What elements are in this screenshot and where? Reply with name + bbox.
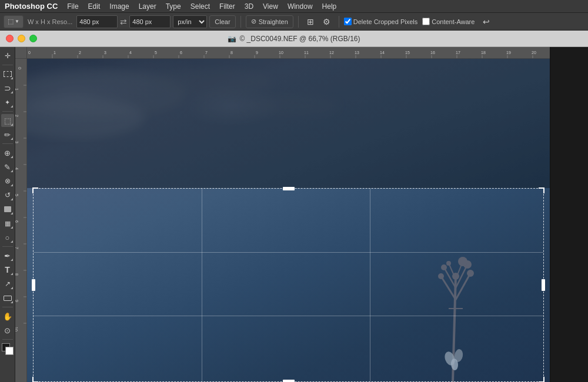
- main-layout: ✛ ⊃ ✦ ⬚ ✏ ⊕ ✎: [0, 47, 588, 382]
- left-toolbar: ✛ ⊃ ✦ ⬚ ✏ ⊕ ✎: [0, 47, 15, 382]
- type-icon: T: [5, 265, 10, 274]
- tool-type[interactable]: T: [1, 263, 14, 276]
- menu-file[interactable]: File: [67, 2, 78, 11]
- tool-eyedropper[interactable]: ✏: [1, 128, 14, 141]
- content-aware-label[interactable]: Content-Aware: [422, 18, 475, 25]
- undo-button[interactable]: ↩: [479, 15, 493, 28]
- svg-text:6: 6: [15, 220, 19, 223]
- canvas-content[interactable]: [27, 59, 550, 382]
- tool-marquee[interactable]: [1, 68, 14, 81]
- menu-image[interactable]: Image: [109, 2, 129, 11]
- shape-icon: [4, 296, 12, 301]
- svg-point-12: [438, 273, 444, 279]
- svg-point-1: [156, 68, 274, 97]
- close-button[interactable]: [6, 35, 14, 42]
- eyedropper-icon: ✏: [4, 130, 11, 139]
- width-input[interactable]: [76, 15, 118, 28]
- svg-text:17: 17: [456, 51, 460, 55]
- svg-text:5: 5: [155, 51, 157, 55]
- delete-cropped-label[interactable]: Delete Cropped Pixels: [344, 18, 417, 25]
- svg-text:3: 3: [15, 141, 19, 143]
- svg-text:18: 18: [481, 51, 486, 55]
- tool-dodge[interactable]: ○: [1, 231, 14, 244]
- tool-zoom[interactable]: ⊙: [1, 324, 14, 337]
- tool-history-brush[interactable]: ↺: [1, 189, 14, 202]
- tool-lasso[interactable]: ⊃: [1, 82, 14, 95]
- tool-shape[interactable]: [1, 291, 14, 304]
- tool-clone[interactable]: ⊗: [1, 175, 14, 187]
- maximize-button[interactable]: [29, 35, 37, 42]
- tool-crop[interactable]: ⬚: [1, 114, 14, 127]
- separator-3: [339, 16, 339, 28]
- svg-text:13: 13: [355, 51, 359, 55]
- file-icon: 📷: [228, 35, 236, 43]
- svg-text:10: 10: [15, 327, 18, 331]
- svg-text:1: 1: [15, 88, 19, 91]
- tool-quick-select[interactable]: ✦: [1, 96, 14, 109]
- svg-text:8: 8: [230, 51, 233, 55]
- clear-button[interactable]: Clear: [209, 15, 235, 28]
- grid-button[interactable]: ⊞: [303, 15, 318, 28]
- crop-icon: ⬚: [8, 18, 14, 25]
- settings-button[interactable]: ⚙: [320, 15, 334, 28]
- svg-point-17: [458, 257, 467, 266]
- tool-separator-6: [2, 339, 13, 340]
- menu-3d[interactable]: 3D: [245, 2, 253, 11]
- tool-eraser[interactable]: [1, 203, 14, 216]
- tool-hand[interactable]: ✋: [1, 310, 14, 323]
- gradient-icon: ▦: [5, 220, 11, 227]
- tool-pen[interactable]: ✒: [1, 249, 14, 262]
- content-aware-checkbox[interactable]: [422, 18, 430, 25]
- menu-type[interactable]: Type: [166, 2, 181, 11]
- quick-select-icon: ✦: [5, 99, 10, 106]
- svg-text:15: 15: [405, 51, 410, 55]
- menu-help[interactable]: Help: [322, 2, 337, 11]
- ruler-corner: [15, 47, 27, 59]
- tool-mode-button[interactable]: ⬚ ▼: [4, 15, 24, 28]
- svg-text:16: 16: [430, 51, 435, 55]
- swap-icon[interactable]: ⇄: [120, 17, 127, 26]
- height-input[interactable]: [129, 15, 171, 28]
- straighten-button[interactable]: ⊘ Straighten: [246, 15, 293, 28]
- options-toolbar: ⬚ ▼ W x H x Reso... ⇄ px/in px/cm Clear …: [0, 13, 588, 31]
- foreground-color[interactable]: [2, 343, 14, 355]
- straighten-label: Straighten: [259, 18, 288, 25]
- hand-icon: ✋: [3, 312, 12, 321]
- svg-text:9: 9: [15, 300, 19, 302]
- svg-text:8: 8: [15, 273, 19, 276]
- svg-point-15: [441, 264, 447, 270]
- tool-brush[interactable]: ✎: [1, 160, 14, 173]
- menu-select[interactable]: Select: [191, 2, 210, 11]
- grid-icon: ⊞: [307, 17, 314, 26]
- unit-select[interactable]: px/in px/cm: [173, 15, 207, 28]
- tool-separator-4: [2, 246, 13, 247]
- dodge-icon: ○: [5, 233, 10, 242]
- clone-icon: ⊗: [5, 177, 11, 185]
- canvas-area[interactable]: /* ruler drawn in JS below */: [15, 47, 550, 382]
- marquee-icon: [4, 71, 12, 77]
- svg-text:7: 7: [205, 51, 208, 55]
- delete-cropped-checkbox[interactable]: [344, 18, 352, 25]
- svg-text:10: 10: [279, 51, 283, 55]
- tool-gradient[interactable]: ▦: [1, 217, 14, 230]
- move-icon: ✛: [5, 52, 11, 60]
- gear-icon: ⚙: [323, 17, 330, 26]
- tool-healing[interactable]: ⊕: [1, 146, 14, 159]
- menu-view[interactable]: View: [263, 2, 278, 11]
- minimize-button[interactable]: [18, 35, 25, 42]
- svg-text:3: 3: [104, 51, 106, 55]
- svg-line-5: [441, 276, 456, 300]
- tool-path-select[interactable]: ↗: [1, 277, 14, 290]
- menu-edit[interactable]: Edit: [88, 2, 101, 11]
- svg-text:0: 0: [28, 51, 31, 55]
- eraser-icon: [4, 206, 11, 212]
- ruler-left-canvas: 0 1 2 3 4 5 6 7 8: [15, 59, 27, 382]
- tool-move[interactable]: ✛: [1, 49, 14, 62]
- svg-text:19: 19: [506, 51, 511, 55]
- menu-window[interactable]: Window: [288, 2, 313, 11]
- svg-text:0: 0: [18, 67, 22, 69]
- menu-filter[interactable]: Filter: [219, 2, 235, 11]
- svg-text:9: 9: [256, 51, 258, 55]
- menu-layer[interactable]: Layer: [139, 2, 156, 11]
- content-aware-text: Content-Aware: [432, 18, 475, 25]
